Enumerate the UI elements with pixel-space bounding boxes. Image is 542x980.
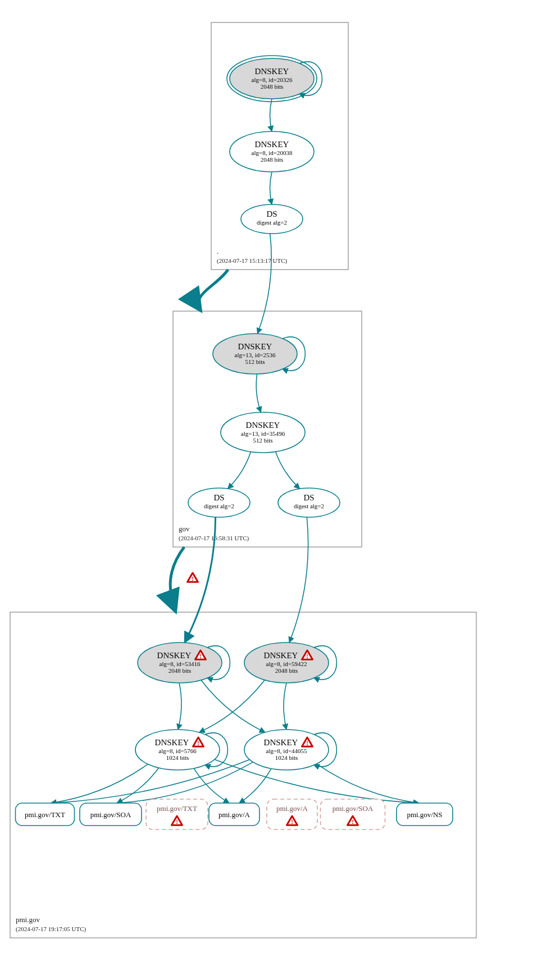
- node-pmi_zsk1: DNSKEY!alg=8, id=57661024 bits: [135, 730, 220, 770]
- node-sub1: alg=13, id=35496: [241, 430, 285, 437]
- node-sub1: alg=8, id=44055: [266, 747, 307, 754]
- svg-text:!: !: [176, 818, 178, 825]
- node-sub1: alg=8, id=20326: [252, 76, 293, 83]
- node-title: DNSKEY: [264, 738, 298, 747]
- node-pmi_zsk2: DNSKEY!alg=8, id=440551024 bits: [244, 730, 329, 770]
- node-sub2: 1024 bits: [275, 754, 298, 761]
- node-title: DNSKEY: [264, 651, 298, 660]
- leaf-label: pmi.gov/TXT: [157, 804, 197, 813]
- node-title: DNSKEY: [155, 738, 189, 747]
- svg-text:!: !: [192, 575, 194, 582]
- edge-pmi_zsk2-leaf_ns_ok: [317, 764, 419, 803]
- edge-gov_zsk-gov_ds1: [228, 452, 251, 489]
- node-pmi_ksk1: DNSKEY!alg=8, id=534162048 bits: [138, 642, 222, 683]
- svg-text:!: !: [306, 653, 308, 659]
- edge-pmi_ksk2-pmi_zsk2: [284, 683, 286, 730]
- edge-gov_ksk-gov_zsk: [256, 374, 261, 412]
- zone-label-pmigov: pmi.gov: [16, 915, 40, 924]
- leaf-label: pmi.gov/TXT: [25, 810, 65, 819]
- zone-label-root: .: [217, 247, 218, 256]
- node-title: DNSKEY: [238, 342, 272, 351]
- svg-text:!: !: [199, 653, 202, 659]
- node-sub2: 512 bits: [253, 437, 272, 444]
- node-title: DNSKEY: [255, 67, 289, 76]
- edge-zone-gov-to-pmigov: [170, 547, 184, 612]
- node-sub2: 2048 bits: [261, 156, 284, 163]
- edge-root_ksk-root_zsk: [270, 99, 272, 131]
- node-sub2: 512 bits: [245, 358, 265, 365]
- node-root_ksk: DNSKEYalg=8, id=203262048 bits: [227, 56, 317, 102]
- edge-gov_zsk-gov_ds2: [276, 452, 300, 489]
- leaf-leaf_txt_ok: pmi.gov/TXT: [16, 803, 75, 826]
- node-title: DS: [303, 493, 314, 502]
- leaf-label: pmi.gov/NS: [407, 810, 442, 819]
- node-pmi_ksk2: DNSKEY!alg=8, id=594222048 bits: [244, 642, 329, 683]
- zone-label-gov: gov: [179, 525, 190, 533]
- node-gov_ksk: DNSKEYalg=13, id=2536512 bits: [213, 334, 297, 374]
- svg-text:!: !: [197, 740, 199, 746]
- edge-pmi_ksk2-pmi_zsk1: [199, 680, 265, 732]
- svg-text:!: !: [306, 740, 308, 746]
- node-root_ds: DSdigest alg=2: [241, 204, 303, 234]
- node-title: DS: [266, 209, 277, 218]
- node-gov_ds2: DSdigest alg=2: [278, 488, 340, 517]
- edge-root_ds-gov_ksk: [257, 234, 271, 334]
- node-gov_zsk: DNSKEYalg=13, id=35496512 bits: [221, 412, 305, 453]
- leaf-leaf_a_w: pmi.gov/A!: [267, 799, 317, 829]
- leaf-label: pmi.gov/A: [218, 810, 250, 819]
- node-sub2: 2048 bits: [168, 667, 192, 674]
- node-title: DNSKEY: [246, 421, 280, 430]
- edge-pmi_zsk1-leaf_soa_ok: [117, 768, 159, 803]
- edge-zone-root-to-gov: [198, 270, 228, 311]
- node-title: DS: [213, 493, 224, 502]
- node-sub1: digest alg=2: [294, 503, 324, 509]
- zone-box-pmigov: [10, 612, 476, 938]
- node-sub2: 1024 bits: [166, 754, 189, 761]
- zone-timestamp-root: (2024-07-17 15:13:17 UTC): [217, 257, 288, 265]
- leaf-leaf_soa_ok: pmi.gov/SOA: [80, 803, 142, 826]
- leaf-leaf_ns_ok: pmi.gov/NS: [397, 803, 453, 826]
- node-sub2: 2048 bits: [261, 83, 284, 90]
- leaf-leaf_txt_w: pmi.gov/TXT!: [146, 799, 208, 829]
- node-sub1: alg=13, id=2536: [235, 352, 276, 358]
- svg-text:!: !: [352, 818, 354, 825]
- svg-text:!: !: [291, 818, 293, 825]
- node-sub1: alg=8, id=59422: [266, 660, 307, 667]
- node-title: DNSKEY: [157, 651, 192, 660]
- leaf-leaf_a_ok: pmi.gov/A: [209, 803, 259, 826]
- node-sub1: alg=8, id=5766: [158, 747, 197, 754]
- zone-timestamp-pmigov: (2024-07-17 19:17:05 UTC): [16, 926, 86, 933]
- edge-gov_ds2-pmi_ksk2: [289, 517, 308, 642]
- node-root_zsk: DNSKEYalg=8, id=200382048 bits: [230, 131, 314, 172]
- node-sub2: 2048 bits: [275, 667, 298, 674]
- edge-pmi_zsk1-leaf_txt_ok: [51, 764, 148, 803]
- leaf-label: pmi.gov/SOA: [90, 810, 131, 819]
- node-sub1: alg=8, id=20038: [252, 149, 293, 156]
- node-gov_ds1: DSdigest alg=2: [188, 488, 250, 517]
- edge-pmi_ksk1-pmi_zsk2: [201, 680, 265, 732]
- edge-root_zsk-root_ds: [270, 172, 272, 204]
- node-sub1: alg=8, id=53416: [160, 660, 201, 667]
- leaf-label: pmi.gov/SOA: [333, 804, 374, 813]
- edge-pmi_ksk1-pmi_zsk1: [178, 683, 181, 730]
- node-sub1: digest alg=2: [204, 503, 234, 509]
- leaf-leaf_soa_w: pmi.gov/SOA!: [321, 799, 385, 829]
- node-sub1: digest alg=2: [257, 219, 287, 226]
- leaf-label: pmi.gov/A: [276, 804, 308, 813]
- node-title: DNSKEY: [255, 140, 289, 149]
